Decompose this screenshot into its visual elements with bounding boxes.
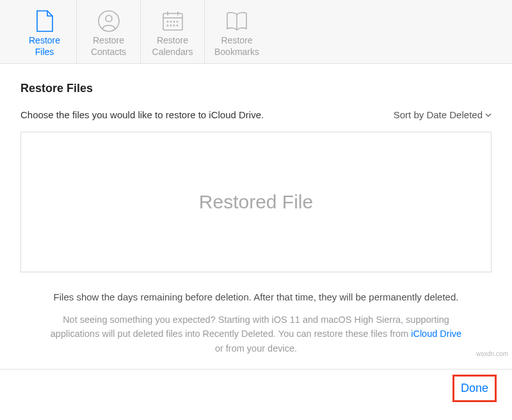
calendar-icon: [161, 8, 184, 34]
done-button[interactable]: Done: [461, 382, 488, 395]
tab-restore-files[interactable]: Restore Files: [13, 0, 77, 63]
svg-point-10: [167, 25, 168, 26]
footer-bar: Done: [0, 369, 512, 407]
sort-label: Sort by Date Deleted: [394, 109, 483, 120]
chevron-down-icon: [485, 113, 492, 117]
svg-point-11: [170, 25, 171, 26]
svg-point-0: [99, 11, 119, 31]
svg-point-9: [177, 21, 177, 22]
help-hint-text-a: Not seeing something you expected? Start…: [51, 315, 449, 339]
tab-restore-contacts[interactable]: Restore Contacts: [77, 0, 141, 63]
icloud-drive-link[interactable]: iCloud Drive: [411, 329, 461, 339]
svg-rect-2: [163, 13, 182, 30]
file-list-area[interactable]: Restored File: [20, 132, 492, 272]
instruction-text: Choose the files you would like to resto…: [20, 109, 264, 120]
tab-bar: Restore Files Restore Contacts Restore C…: [0, 0, 512, 64]
svg-point-8: [173, 21, 174, 22]
done-highlight: Done: [452, 375, 497, 402]
contact-icon: [97, 8, 120, 34]
svg-point-6: [167, 21, 168, 22]
svg-point-12: [173, 25, 174, 26]
tab-label: Restore Bookmarks: [214, 35, 259, 58]
svg-point-13: [177, 25, 177, 26]
tab-label: Restore Files: [29, 35, 60, 58]
file-icon: [35, 8, 54, 34]
tab-label: Restore Calendars: [152, 35, 193, 58]
tab-label: Restore Contacts: [91, 35, 126, 58]
sort-dropdown[interactable]: Sort by Date Deleted: [394, 109, 492, 120]
tab-restore-bookmarks[interactable]: Restore Bookmarks: [205, 0, 269, 63]
help-hint: Not seeing something you expected? Start…: [20, 313, 492, 355]
help-hint-text-b: or from your device.: [215, 343, 297, 354]
svg-point-7: [170, 21, 171, 22]
file-placeholder: Restored File: [199, 191, 313, 213]
content-area: Restore Files Choose the files you would…: [0, 64, 512, 362]
deletion-hint: Files show the days remaining before del…: [20, 292, 492, 302]
bookmarks-icon: [224, 8, 250, 34]
watermark: wsxdn.com: [476, 350, 508, 357]
svg-point-1: [106, 15, 112, 22]
tab-restore-calendars[interactable]: Restore Calendars: [141, 0, 205, 63]
page-title: Restore Files: [20, 82, 492, 95]
